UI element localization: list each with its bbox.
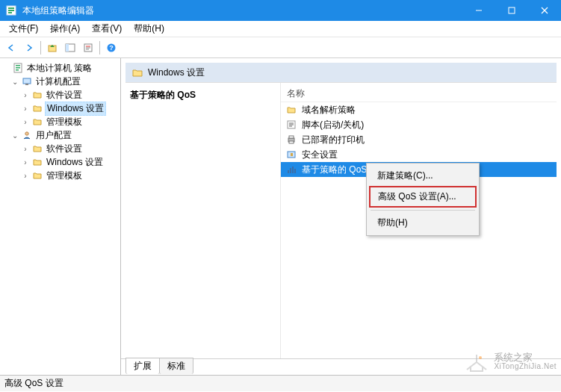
tree-label: 本地计算机 策略	[25, 62, 93, 75]
expand-icon[interactable]: ›	[21, 158, 30, 167]
computer-icon	[21, 75, 33, 87]
tree-computer-config[interactable]: ⌄ 计算机配置	[0, 75, 120, 88]
help-button[interactable]: ?	[103, 40, 120, 56]
status-text: 高级 QoS 设置	[4, 377, 63, 390]
svg-rect-34	[290, 168, 291, 173]
ctx-advanced-qos[interactable]: 高级 QoS 设置(A)...	[369, 186, 477, 208]
collapse-icon[interactable]: ⌄	[10, 131, 19, 140]
svg-rect-2	[8, 10, 14, 11]
toolbar-separator	[40, 41, 41, 55]
content-header-title: Windows 设置	[148, 66, 205, 79]
tree-label: 管理模板	[45, 169, 84, 182]
window-title: 本地组策略编辑器	[22, 4, 462, 17]
folder-icon	[31, 156, 43, 168]
svg-rect-1	[8, 7, 14, 9]
menu-view[interactable]: 查看(V)	[86, 21, 128, 37]
collapse-icon[interactable]: ⌄	[10, 78, 19, 86]
tree-pane: 本地计算机 策略 ⌄ 计算机配置 › 软件设置 › Windows 设置 › 管…	[0, 58, 121, 375]
printer-icon	[285, 134, 297, 145]
watermark-text: 系统之家 XiTongZhiJia.Net	[494, 352, 557, 370]
menu-file[interactable]: 文件(F)	[3, 21, 44, 37]
content-header: Windows 设置	[125, 63, 557, 82]
menu-help[interactable]: 帮助(H)	[128, 21, 170, 37]
ctx-new-policy[interactable]: 新建策略(C)...	[369, 166, 477, 186]
description-column: 基于策略的 QoS	[125, 83, 281, 358]
list-item-security[interactable]: 安全设置	[281, 147, 557, 162]
svg-rect-33	[288, 170, 289, 173]
script-icon	[285, 119, 297, 130]
list-label: 脚本(启动/关机)	[300, 119, 365, 131]
tab-standard[interactable]: 标准	[159, 358, 193, 374]
column-header-name[interactable]: 名称	[281, 86, 557, 102]
tree-label: Windows 设置	[45, 156, 105, 169]
folder-icon	[31, 116, 43, 128]
svg-rect-19	[16, 67, 20, 69]
svg-rect-3	[8, 12, 12, 13]
content-pane: Windows 设置 基于策略的 QoS 名称 域名解析策略 脚本(启动/关机)…	[121, 58, 561, 375]
watermark: 系统之家 XiTongZhiJia.Net	[464, 350, 557, 373]
policy-icon	[12, 62, 24, 74]
close-button[interactable]	[528, 0, 561, 21]
watermark-name: 系统之家	[494, 352, 557, 362]
tree-root[interactable]: 本地计算机 策略	[0, 61, 120, 75]
content-body: 基于策略的 QoS 名称 域名解析策略 脚本(启动/关机) 已部署的打印机	[125, 82, 557, 358]
list-item-dns[interactable]: 域名解析策略	[281, 102, 557, 117]
tree-software-settings[interactable]: › 软件设置	[0, 88, 120, 102]
tree-user-software[interactable]: › 软件设置	[0, 142, 120, 155]
tree-user-config[interactable]: ⌄ 用户配置	[0, 128, 120, 142]
svg-point-23	[25, 132, 28, 135]
list-label: 已部署的打印机	[300, 134, 366, 146]
list-item-scripts[interactable]: 脚本(启动/关机)	[281, 117, 557, 132]
tab-extended[interactable]: 扩展	[125, 358, 160, 374]
svg-rect-30	[289, 141, 294, 143]
menubar: 文件(F) 操作(A) 查看(V) 帮助(H)	[0, 21, 561, 37]
folder-icon	[285, 105, 297, 115]
app-icon	[6, 4, 18, 16]
tree-label: 软件设置	[45, 89, 84, 102]
show-hide-tree-button[interactable]	[62, 40, 78, 56]
tree-admin-templates[interactable]: › 管理模板	[0, 115, 120, 128]
user-icon	[21, 129, 33, 141]
properties-button[interactable]	[80, 40, 96, 56]
list-label: 域名解析策略	[300, 104, 357, 116]
window-buttons	[462, 0, 561, 21]
svg-rect-21	[23, 78, 31, 84]
list-label: 基于策略的 QoS	[300, 164, 368, 176]
tree-label: 管理模板	[45, 116, 84, 128]
ctx-separator	[371, 210, 475, 211]
menu-action[interactable]: 操作(A)	[44, 21, 86, 37]
tree-label: 用户配置	[34, 129, 73, 142]
forward-button[interactable]	[21, 40, 37, 56]
expand-icon[interactable]: ›	[21, 91, 30, 99]
tree-user-windows[interactable]: › Windows 设置	[0, 155, 120, 169]
expand-icon[interactable]: ›	[21, 118, 30, 126]
watermark-icon	[464, 350, 489, 373]
tree-windows-settings[interactable]: › Windows 设置	[0, 102, 120, 115]
maximize-button[interactable]	[495, 0, 528, 21]
svg-rect-32	[291, 153, 293, 156]
svg-point-37	[479, 356, 482, 359]
watermark-url: XiTongZhiJia.Net	[494, 362, 557, 370]
ctx-help[interactable]: 帮助(H)	[369, 213, 477, 233]
svg-rect-18	[16, 65, 20, 66]
minimize-button[interactable]	[462, 0, 495, 21]
tree-label: Windows 设置	[45, 102, 106, 116]
folder-icon	[131, 67, 143, 78]
tree-user-templates[interactable]: › 管理模板	[0, 169, 120, 182]
folder-icon	[31, 169, 43, 181]
folder-icon	[31, 89, 43, 101]
security-icon	[285, 149, 297, 160]
statusbar: 高级 QoS 设置	[0, 375, 561, 391]
list-label: 安全设置	[300, 149, 339, 161]
expand-icon[interactable]: ›	[21, 172, 30, 180]
tree-label: 软件设置	[45, 143, 84, 155]
svg-rect-36	[294, 169, 296, 173]
expand-icon[interactable]: ›	[21, 145, 30, 153]
svg-text:?: ?	[109, 44, 114, 52]
list-item-printers[interactable]: 已部署的打印机	[281, 132, 557, 147]
back-button[interactable]	[3, 40, 19, 56]
svg-rect-20	[16, 69, 19, 71]
up-button[interactable]	[44, 40, 61, 56]
qos-icon	[285, 164, 297, 175]
expand-icon[interactable]: ›	[21, 105, 30, 113]
